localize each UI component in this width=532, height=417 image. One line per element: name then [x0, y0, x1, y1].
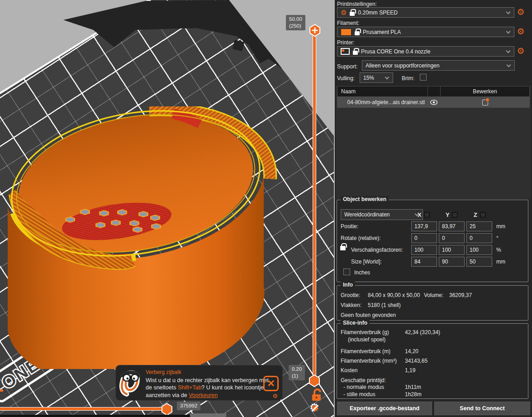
viewport-left-tick: [0, 389, 3, 392]
axis-y-label: Y: [446, 211, 450, 218]
brim-checkbox[interactable]: [420, 74, 427, 81]
stealth-mode-label: - stille modus: [343, 391, 375, 398]
infill-label: Vulling:: [337, 75, 355, 81]
axis-z-label: Z: [474, 211, 477, 218]
move-slider-tooltip: 375992: [177, 402, 200, 410]
object-list: Naam Bewerken 04-80mm-afgiete...ais drai…: [336, 86, 531, 199]
export-gcode-button[interactable]: Exporteer .gcode-bestand: [337, 402, 432, 415]
scale-x-input[interactable]: [411, 245, 437, 255]
inches-checkbox[interactable]: [343, 268, 350, 275]
facets-label: Vlakken:: [341, 302, 361, 308]
infill-dropdown[interactable]: 15%: [360, 72, 393, 83]
filament-g-value: 42,34 (320,34): [405, 329, 440, 336]
object-edit-title: Object bewerken: [341, 196, 389, 202]
eye-icon[interactable]: [428, 100, 440, 105]
filament-label: Filament:: [337, 20, 359, 26]
scale-label: Verschalingsfactoren:: [351, 247, 403, 253]
scale-lock-icon[interactable]: [340, 246, 346, 250]
chevron-down-icon: [385, 75, 390, 80]
position-x-input[interactable]: [411, 221, 437, 231]
gear-disabled-icon[interactable]: ⚙: [309, 401, 323, 415]
layer-slider-top-tooltip: 50.00 (250): [286, 15, 305, 30]
3d-viewport[interactable]: ONE: [0, 0, 335, 417]
print-time-label: Geschatte printtijd:: [341, 377, 386, 383]
errors-status: Geen fouten gevonden: [341, 312, 396, 318]
layer-slider-top-handle[interactable]: [309, 24, 321, 37]
size-y-input[interactable]: [439, 257, 465, 267]
coordinates-dropdown[interactable]: Wereldcoördinaten: [341, 209, 423, 220]
scale-z-input[interactable]: [466, 245, 492, 255]
print-settings-value: 0.20mm SPEED: [358, 10, 397, 16]
brim-label: Brim:: [402, 75, 414, 81]
printer-dropdown[interactable]: Prusa CORE One 0.4 nozzle: [337, 46, 514, 57]
rotate-x-input[interactable]: [411, 233, 437, 243]
size-x-input[interactable]: [411, 257, 437, 267]
move-slider-handle[interactable]: [161, 403, 173, 416]
rotate-label: Rotate (relative):: [341, 235, 381, 241]
printer-gear-button[interactable]: ⚙: [515, 46, 526, 57]
print-settings-gear-button[interactable]: ⚙: [515, 7, 526, 18]
position-unit: mm: [496, 223, 505, 230]
rotate-z-input[interactable]: [466, 233, 492, 243]
position-z-input[interactable]: [466, 221, 492, 231]
filament-g-label: Filamentverbruik (g): [341, 329, 389, 336]
close-icon[interactable]: ✕: [263, 376, 279, 391]
filament-g-label2: (inclusief spoel): [348, 336, 385, 343]
axis-x-icon[interactable]: [424, 212, 430, 218]
column-edit[interactable]: Bewerken: [441, 86, 529, 96]
filament-color-swatch: [341, 29, 352, 36]
size-z-input[interactable]: [466, 257, 492, 267]
filament-gear-button[interactable]: ⚙: [515, 27, 526, 37]
lock-icon: [355, 31, 360, 35]
object-name[interactable]: 04-80mm-afgiete...ais drainer.stl: [337, 99, 428, 105]
axis-y-icon[interactable]: [452, 212, 458, 218]
notification-popup: Verberg zijbalk Wist u dat u de rechter …: [115, 365, 283, 401]
notification-title: Verberg zijbalk: [146, 369, 282, 376]
table-row[interactable]: 04-80mm-afgiete...ais drainer.stl: [337, 97, 530, 108]
volume-value: 36209,37: [449, 292, 472, 298]
column-name[interactable]: Naam: [337, 86, 428, 96]
lock-icon: [353, 51, 358, 55]
facets-value: 5180 (1 shell): [368, 302, 401, 308]
position-y-input[interactable]: [439, 221, 465, 231]
info-group: Info Grootte: 84,00 x 90,00 x 50,00 Volu…: [337, 285, 528, 321]
unlock-icon[interactable]: [310, 388, 323, 401]
filament-mm3-value: 34143,65: [405, 358, 428, 364]
cost-value: 1,19: [405, 367, 415, 374]
slice-info-title: Slice-info: [341, 320, 370, 326]
normal-mode-value: 1h11m: [405, 384, 421, 390]
notification-line1: Wist u dat u de rechter zijbalk kan verb…: [146, 377, 282, 384]
axis-x-label: X: [418, 211, 422, 218]
rotate-y-input[interactable]: [439, 233, 465, 243]
object-table-header: Naam Bewerken: [337, 86, 530, 97]
edit-settings-icon[interactable]: [482, 100, 488, 105]
layer-slider-track[interactable]: [313, 32, 316, 381]
support-dropdown[interactable]: Alleen voor supportforceringen: [362, 60, 515, 71]
send-to-connect-button[interactable]: Send to Connect: [434, 402, 530, 415]
clippy-icon: [116, 365, 146, 400]
chevron-down-icon: [506, 29, 511, 34]
size-unit: mm: [496, 259, 505, 265]
cost-label: Kosten: [341, 367, 357, 374]
viewport-bottom-strip: [0, 415, 213, 417]
printer-value: Prusa CORE One 0.4 nozzle: [361, 48, 430, 55]
coordinates-value: Wereldcoördinaten: [344, 211, 390, 218]
notification-gear-icon[interactable]: ⚙: [272, 393, 278, 399]
preferences-link[interactable]: Voorkeuren: [189, 392, 218, 398]
support-label: Support:: [337, 63, 357, 70]
chevron-down-icon: [507, 63, 511, 67]
info-title: Info: [341, 282, 355, 288]
layer-slider-bottom-handle[interactable]: [308, 374, 321, 388]
print-settings-label: Printinstellingen:: [337, 1, 377, 7]
chevron-down-icon: [506, 10, 511, 14]
position-label: Positie:: [341, 223, 358, 230]
inches-label: Inches: [354, 269, 370, 276]
axis-z-icon[interactable]: [480, 212, 486, 218]
filament-dropdown[interactable]: Prusament PLA: [337, 27, 514, 37]
print-settings-dropdown[interactable]: ⚙ 0.20mm SPEED: [337, 7, 514, 18]
move-slider-track[interactable]: [0, 407, 167, 411]
preset-gear-icon: ⚙: [341, 9, 347, 17]
sliced-object[interactable]: [0, 106, 280, 369]
scale-y-input[interactable]: [439, 245, 465, 255]
chevron-down-icon: [506, 49, 511, 53]
